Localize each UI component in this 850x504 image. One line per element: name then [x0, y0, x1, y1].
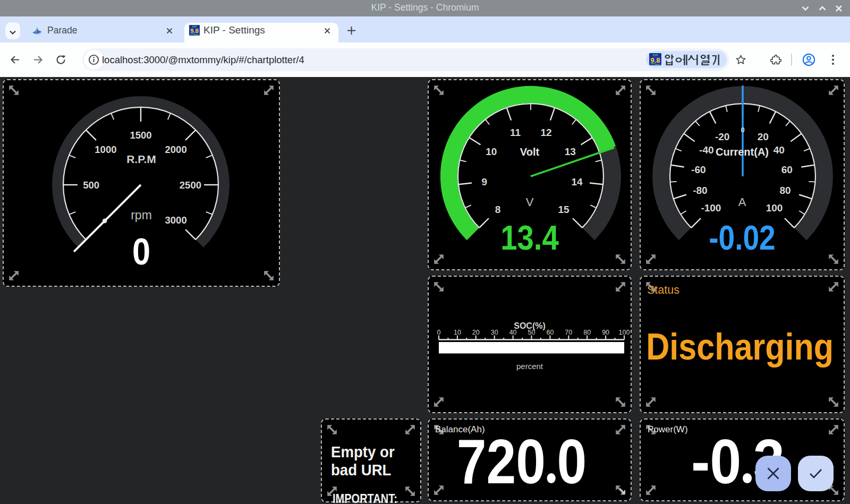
- svg-text:-80: -80: [693, 185, 707, 196]
- svg-text:60: 60: [781, 164, 793, 175]
- svg-text:11: 11: [510, 127, 521, 138]
- svg-text:9.8: 9.8: [651, 56, 660, 64]
- svg-text:2500: 2500: [180, 180, 201, 191]
- svg-text:-60: -60: [691, 164, 706, 175]
- svg-text:9.8: 9.8: [190, 28, 199, 34]
- svg-text:80: 80: [780, 185, 791, 196]
- svg-text:14: 14: [572, 176, 583, 187]
- svg-text:0: 0: [741, 126, 744, 134]
- svg-text:12: 12: [540, 127, 551, 138]
- svg-text:20: 20: [758, 131, 769, 142]
- svg-text:500: 500: [83, 180, 99, 191]
- svg-text:1500: 1500: [130, 130, 151, 141]
- svg-text:-20: -20: [715, 131, 729, 142]
- svg-text:9: 9: [482, 176, 488, 187]
